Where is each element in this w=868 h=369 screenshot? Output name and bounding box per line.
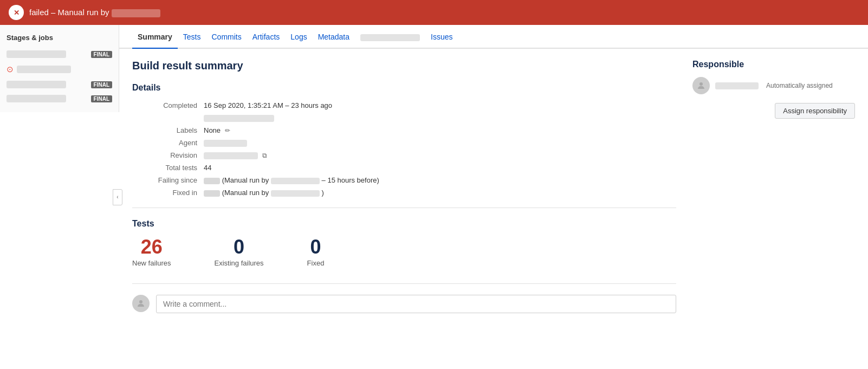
fixed-in-label: Fixed in [132, 189, 197, 197]
agent-label: Agent [132, 139, 197, 147]
failing-since-build-blurred [204, 178, 220, 184]
tab-artifacts[interactable]: Artifacts [247, 25, 286, 49]
commenter-avatar [132, 295, 150, 312]
failing-since-label: Failing since [132, 176, 197, 184]
fixed-stat: 0 Fixed [307, 237, 325, 267]
responsible-person: Automatically assigned [692, 77, 855, 94]
fixed-count: 0 [307, 237, 325, 257]
right-panel: Responsible Automatically assigned Assig… [692, 60, 855, 313]
fixed-in-value: (Manual run by ) [204, 189, 676, 197]
details-section-title: Details [132, 83, 676, 93]
new-failures-count: 26 [132, 237, 171, 257]
tab-issues[interactable]: Issues [425, 25, 458, 49]
sidebar-item-4-badge: FINAL [91, 95, 112, 102]
main-layout: Stages & jobs FINAL ⊙ FINAL [0, 25, 868, 369]
sidebar-item-3-left [7, 81, 91, 88]
labels-label: Labels [132, 126, 197, 134]
fixed-in-build-blurred [204, 190, 220, 197]
run-by-label: Manual run by [58, 8, 109, 17]
svg-point-0 [139, 300, 142, 303]
completed-value-text: 16 Sep 2020, 1:35:21 AM – 23 hours ago [204, 101, 332, 109]
sidebar-item-4[interactable]: FINAL [0, 92, 119, 106]
fixed-in-user-blurred [271, 190, 320, 197]
revision-value-text [204, 152, 258, 159]
sidebar-item-3-label [7, 81, 66, 88]
main-section: Build result summary Details Completed 1… [132, 60, 676, 313]
sidebar-item-3[interactable]: FINAL [0, 77, 119, 92]
sidebar-item-2-left: ⊙ [7, 64, 112, 74]
total-tests-label: Total tests [132, 164, 197, 172]
details-grid: Completed 16 Sep 2020, 1:35:21 AM – 23 h… [132, 101, 676, 197]
tab-blurred[interactable] [355, 25, 425, 49]
labels-edit-icon[interactable]: ✏ [225, 127, 230, 134]
revision-label: Revision [132, 151, 197, 159]
tests-stats: 26 New failures 0 Existing failures 0 Fi… [132, 237, 676, 267]
responsible-title: Responsible [692, 60, 855, 69]
top-header: ✕ failed – Manual run by [0, 0, 868, 25]
existing-failures-count: 0 [215, 237, 264, 257]
comment-section [132, 283, 676, 313]
labels-value: None ✏ [204, 126, 676, 134]
tab-logs[interactable]: Logs [285, 25, 312, 49]
sidebar: Stages & jobs FINAL ⊙ FINAL [0, 25, 119, 112]
status-label: failed [29, 8, 49, 17]
comment-input[interactable] [156, 295, 676, 313]
sidebar-item-4-label [7, 95, 66, 102]
sidebar-item-1-badge: FINAL [91, 51, 112, 58]
sidebar-collapse-button[interactable]: ‹ [113, 189, 122, 205]
copy-icon[interactable]: ⧉ [262, 152, 267, 159]
blurred-row-value [204, 114, 676, 122]
sidebar-item-2-label [17, 66, 71, 73]
sidebar-item-3-badge: FINAL [91, 81, 112, 88]
responsible-avatar [692, 77, 710, 94]
failing-since-value: (Manual run by – 15 hours before) [204, 176, 676, 184]
tests-section: Tests 26 New failures 0 Existing failure… [132, 219, 676, 267]
status-icon: ✕ [9, 5, 24, 20]
completed-label: Completed [132, 101, 197, 109]
failing-since-suffix: – 15 hours before) [322, 176, 379, 184]
agent-value-text [204, 140, 247, 147]
error-icon: ⊙ [7, 64, 14, 74]
content-area: Summary Tests Commits Artifacts Logs Met… [119, 25, 868, 369]
details-divider [132, 208, 676, 208]
completed-value: 16 Sep 2020, 1:35:21 AM – 23 hours ago [204, 101, 676, 109]
fixed-in-prefix: (Manual run by [222, 189, 271, 197]
blurred-row-text [204, 115, 274, 122]
failing-since-user-blurred [271, 178, 320, 184]
labels-value-text: None [204, 126, 221, 134]
sidebar-item-4-left [7, 95, 91, 102]
tab-summary[interactable]: Summary [132, 25, 178, 49]
sidebar-item-1-label [7, 50, 66, 58]
tab-metadata[interactable]: Metadata [313, 25, 355, 49]
header-separator: – [51, 8, 58, 17]
sidebar-item-2[interactable]: ⊙ [0, 61, 119, 77]
tests-section-title: Tests [132, 219, 676, 229]
responsible-name-blurred [715, 82, 759, 89]
tabs-bar: Summary Tests Commits Artifacts Logs Met… [119, 25, 868, 49]
sidebar-item-1-left [7, 50, 91, 58]
page-title: Build result summary [132, 60, 676, 72]
new-failures-label: New failures [132, 259, 171, 267]
header-status-text: failed – Manual run by [29, 8, 160, 17]
revision-value: ⧉ [204, 151, 676, 159]
blurred-row-label [132, 114, 197, 122]
sidebar-item-1[interactable]: FINAL [0, 47, 119, 61]
fixed-label: Fixed [307, 259, 325, 267]
auto-assigned-label: Automatically assigned [766, 82, 833, 89]
existing-failures-label: Existing failures [215, 259, 264, 267]
page-content: Build result summary Details Completed 1… [119, 49, 868, 324]
existing-failures-stat: 0 Existing failures [215, 237, 264, 267]
svg-point-1 [699, 82, 703, 86]
failing-since-prefix: (Manual run by [222, 176, 271, 184]
fixed-in-suffix: ) [322, 189, 324, 197]
assign-responsibility-button[interactable]: Assign responsibility [775, 103, 855, 119]
tab-tests[interactable]: Tests [178, 25, 206, 49]
tab-commits[interactable]: Commits [206, 25, 247, 49]
new-failures-stat: 26 New failures [132, 237, 171, 267]
user-name-blurred [112, 9, 160, 17]
sidebar-header: Stages & jobs [0, 31, 119, 47]
tab-blurred-label [360, 34, 420, 41]
sidebar-container: Stages & jobs FINAL ⊙ FINAL [0, 25, 119, 369]
total-tests-value: 44 [204, 164, 676, 172]
agent-value [204, 139, 676, 147]
